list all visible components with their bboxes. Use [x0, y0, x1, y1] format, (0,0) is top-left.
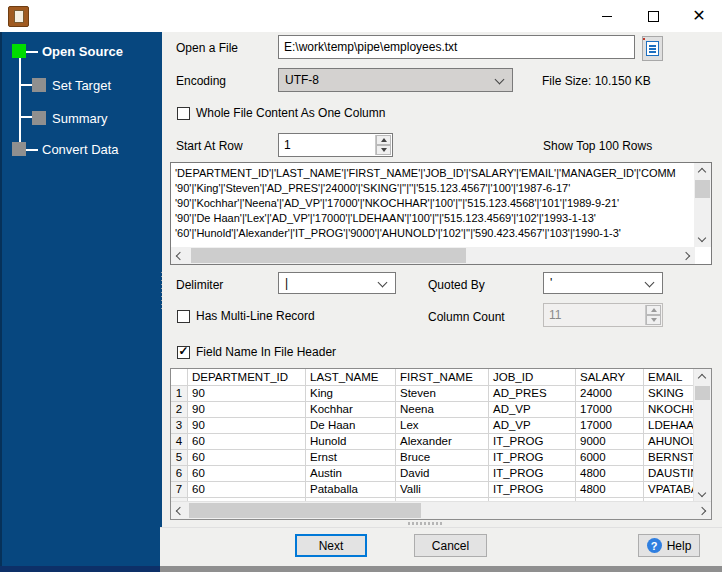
table-cell: 90	[188, 418, 306, 434]
grid-hscroll-thumb[interactable]	[189, 503, 421, 518]
grid-vscrollbar[interactable]	[693, 369, 711, 502]
cancel-button[interactable]: Cancel	[414, 534, 487, 557]
table-row[interactable]: 1 90 King Steven AD_PRES 24000 SKING	[171, 386, 711, 402]
import-wizard-window: ✕ Open Source Set Target Summary Convert…	[0, 0, 722, 572]
table-row[interactable]: 7 60 Pataballa Valli IT_PROG 4800 VPATAB…	[171, 482, 711, 498]
table-row[interactable]: 6 60 Austin David IT_PROG 4800 DAUSTIN	[171, 466, 711, 482]
table-cell: AD_PRES	[489, 386, 576, 402]
step-marker-set-target	[32, 78, 46, 92]
column-header[interactable]: FIRST_NAME	[396, 369, 489, 386]
start-at-row-label: Start At Row	[176, 139, 243, 153]
scroll-right-icon[interactable]	[698, 507, 706, 515]
arrow-down-icon	[381, 148, 387, 152]
multiline-checkbox[interactable]	[177, 310, 190, 323]
preview-line: '60'|'Hunold'|'Alexander'|'IT_PROG'|'900…	[175, 226, 691, 241]
chevron-down-icon	[645, 278, 655, 288]
next-button[interactable]: Next	[295, 534, 367, 557]
sidebar-item-convert-data: Convert Data	[42, 143, 119, 157]
chevron-down-icon	[495, 75, 505, 85]
table-cell: Lex	[396, 418, 489, 434]
table-cell: AD_VP	[489, 418, 576, 434]
scroll-up-icon[interactable]	[698, 374, 706, 382]
maximize-icon	[648, 11, 659, 22]
table-cell: Kochhar	[306, 402, 396, 418]
browse-file-button[interactable]	[642, 36, 663, 61]
table-cell: 60	[188, 434, 306, 450]
whole-file-checkbox-row[interactable]: Whole File Content As One Column	[177, 106, 385, 120]
help-button-label: Help	[667, 539, 692, 553]
table-cell: 60	[188, 450, 306, 466]
scroll-right-icon[interactable]	[682, 252, 690, 260]
resize-grip	[408, 522, 442, 525]
table-row[interactable]: 3 90 De Haan Lex AD_VP 17000 LDEHAAN	[171, 418, 711, 434]
scroll-left-icon[interactable]	[176, 507, 184, 515]
row-number-cell: 6	[171, 466, 188, 482]
step-marker-open-source	[12, 44, 26, 58]
file-content-preview[interactable]: 'DEPARTMENT_ID'|'LAST_NAME'|'FIRST_NAME'…	[170, 162, 712, 265]
row-number-cell: 5	[171, 450, 188, 466]
preview-vscrollbar[interactable]	[694, 163, 711, 247]
step-connector	[26, 149, 38, 151]
open-file-input[interactable]	[278, 35, 635, 59]
preview-hscrollbar[interactable]	[171, 247, 695, 264]
scroll-left-icon[interactable]	[176, 252, 184, 260]
table-cell: Hunold	[306, 434, 396, 450]
multiline-checkbox-row[interactable]: Has Multi-Line Record	[177, 309, 315, 323]
table-cell: IT_PROG	[489, 466, 576, 482]
encoding-label: Encoding	[176, 74, 226, 88]
preview-vscroll-thumb[interactable]	[695, 180, 710, 198]
table-cell: IT_PROG	[489, 482, 576, 498]
grid-vscroll-thumb[interactable]	[695, 386, 710, 400]
start-at-row-spinner[interactable]: 1	[278, 133, 393, 157]
scroll-down-icon[interactable]	[698, 234, 706, 242]
sidebar-item-summary: Summary	[52, 112, 108, 126]
row-number-cell: 7	[171, 482, 188, 498]
scroll-up-icon[interactable]	[698, 168, 706, 176]
spin-up-button	[646, 305, 661, 315]
spin-down-button[interactable]	[376, 145, 391, 155]
table-cell: David	[396, 466, 489, 482]
quoted-by-value: '	[550, 276, 552, 290]
field-name-checkbox[interactable]	[177, 346, 190, 359]
quoted-by-label: Quoted By	[428, 278, 485, 292]
table-cell: 6000	[576, 450, 644, 466]
table-row[interactable]: 2 90 Kochhar Neena AD_VP 17000 NKOCHHAR	[171, 402, 711, 418]
table-cell: 60	[188, 466, 306, 482]
table-cell: De Haan	[306, 418, 396, 434]
row-number-cell: 1	[171, 386, 188, 402]
encoding-select[interactable]: UTF-8	[278, 68, 513, 92]
column-header[interactable]: JOB_ID	[489, 369, 576, 386]
preview-line: '90'|'De Haan'|'Lex'|'AD_VP'|'17000'|'LD…	[175, 211, 691, 226]
start-at-row-value: 1	[284, 138, 291, 152]
row-number-cell: 2	[171, 402, 188, 418]
titlebar: ✕	[0, 0, 722, 32]
column-header[interactable]: DEPARTMENT_ID	[188, 369, 306, 386]
field-name-checkbox-row[interactable]: Field Name In File Header	[177, 345, 336, 359]
whole-file-checkbox[interactable]	[177, 107, 190, 120]
preview-hscroll-thumb[interactable]	[191, 248, 466, 263]
help-button[interactable]: ? Help	[638, 534, 700, 557]
delimiter-select[interactable]: |	[278, 272, 396, 294]
close-button[interactable]: ✕	[676, 0, 722, 32]
table-cell: 90	[188, 386, 306, 402]
whole-file-checkbox-label: Whole File Content As One Column	[196, 106, 385, 120]
column-header[interactable]: SALARY	[576, 369, 644, 386]
table-row[interactable]: 4 60 Hunold Alexander IT_PROG 9000 AHUNO…	[171, 434, 711, 450]
column-count-spinner: 11	[543, 303, 663, 327]
app-icon	[8, 6, 29, 27]
table-row[interactable]: 5 60 Ernst Bruce IT_PROG 6000 BERNST	[171, 450, 711, 466]
step-connector	[26, 51, 38, 53]
sidebar-item-set-target: Set Target	[52, 79, 111, 93]
preview-data-grid[interactable]: DEPARTMENT_ID LAST_NAME FIRST_NAME JOB_I…	[170, 368, 712, 520]
scroll-down-icon[interactable]	[698, 489, 706, 497]
column-header[interactable]: LAST_NAME	[306, 369, 396, 386]
delimiter-value: |	[285, 276, 288, 290]
grid-hscrollbar[interactable]	[171, 501, 711, 519]
minimize-button[interactable]	[584, 0, 630, 32]
help-icon: ?	[647, 538, 662, 553]
spin-up-button[interactable]	[376, 135, 391, 145]
quoted-by-select[interactable]: '	[543, 272, 663, 294]
row-number-cell: 4	[171, 434, 188, 450]
spin-down-button	[646, 315, 661, 325]
maximize-button[interactable]	[630, 0, 676, 32]
